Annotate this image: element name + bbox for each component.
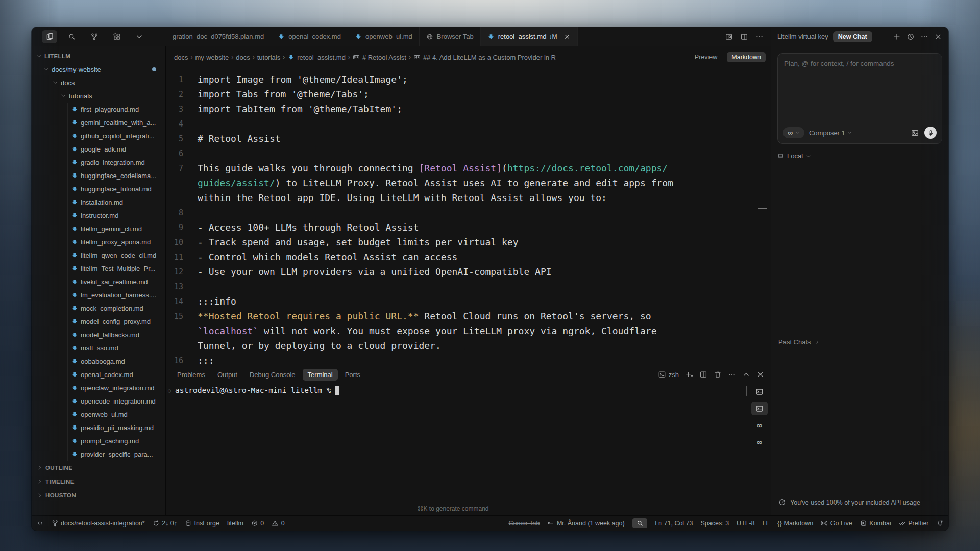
breadcrumb-item[interactable]: ## 4. Add LiteLLM as a Custom Provider i… — [413, 54, 556, 61]
assistant-header-close-icon[interactable] — [934, 33, 942, 41]
terminal-session-terminal[interactable] — [751, 385, 768, 398]
assistant-header-clock-icon[interactable] — [906, 33, 915, 41]
file-item-presidio-pii-masking-md[interactable]: presidio_pii_masking.md — [32, 421, 165, 434]
section-outline[interactable]: OUTLINE — [32, 461, 165, 474]
file-item-prompt-caching-md[interactable]: prompt_caching.md — [32, 434, 165, 447]
explorer-root[interactable]: LITELLM — [32, 49, 165, 63]
file-item-litellm-proxy-aporia-md[interactable]: litellm_proxy_aporia.md — [32, 235, 165, 248]
chevron-up-icon[interactable] — [742, 370, 750, 379]
status-cursor-tab[interactable]: Cursor Tab — [509, 520, 540, 527]
file-item-google-adk-md[interactable]: google_adk.md — [32, 142, 165, 156]
panel-tab-output[interactable]: Output — [212, 369, 242, 381]
file-item-openai-codex-md[interactable]: openai_codex.md — [32, 368, 165, 381]
file-item-provider-specific-para-[interactable]: provider_specific_para... — [32, 447, 165, 461]
file-item-mock-completion-md[interactable]: mock_completion.md — [32, 302, 165, 315]
panel-tab-terminal[interactable]: Terminal — [303, 369, 338, 381]
breadcrumb-item[interactable]: retool_assist.md — [287, 54, 346, 61]
file-item-litellm-gemini-cli-md[interactable]: litellm_gemini_cli.md — [32, 222, 165, 235]
assistant-header-plus-icon[interactable] — [893, 33, 901, 41]
file-item-livekit-xai-realtime-md[interactable]: livekit_xai_realtime.md — [32, 275, 165, 288]
file-item-huggingface-codellama-[interactable]: huggingface_codellama... — [32, 169, 165, 182]
mic-button[interactable] — [924, 127, 937, 139]
close-icon[interactable] — [756, 370, 765, 379]
file-item-litellm-test-multiple-pr-[interactable]: litellm_Test_Multiple_Pr... — [32, 262, 165, 275]
preview-button[interactable]: Preview — [690, 52, 722, 62]
tab-browser-tab[interactable]: Browser Tab — [420, 27, 481, 46]
file-item-opencode-integration-md[interactable]: opencode_integration.md — [32, 394, 165, 408]
file-item-openclaw-integration-md[interactable]: openclaw_integration.md — [32, 381, 165, 394]
breadcrumb-item[interactable]: docs — [174, 54, 188, 61]
file-item-oobabooga-md[interactable]: oobabooga.md — [32, 355, 165, 368]
status-0[interactable]: 0 — [272, 520, 284, 527]
composer-selector[interactable]: Composer 1 — [809, 129, 852, 137]
file-item-gradio-integration-md[interactable]: gradio_integration.md — [32, 156, 165, 169]
local-selector[interactable]: Local — [777, 152, 942, 160]
assistant-header-ellipsis-icon[interactable] — [920, 33, 928, 41]
file-item-instructor-md[interactable]: instructor.md — [32, 209, 165, 222]
breadcrumb-item[interactable]: tutorials — [257, 54, 281, 61]
tab-gration-doc-d075fd58-plan-md[interactable]: gration_doc_d075fd58.plan.md — [166, 27, 271, 46]
activity-extensions-button[interactable] — [109, 30, 125, 43]
file-item-litellm-qwen-code-cli-md[interactable]: litellm_qwen_code_cli.md — [32, 248, 165, 262]
file-item-installation-md[interactable]: installation.md — [32, 195, 165, 209]
split-icon[interactable] — [699, 370, 707, 379]
split-icon[interactable] — [740, 33, 748, 41]
file-item-lm-evaluation-harness-[interactable]: lm_evaluation_harness.... — [32, 288, 165, 302]
status-go-live[interactable]: Go Live — [821, 520, 852, 527]
search-editor-icon[interactable] — [725, 33, 733, 41]
status-bell[interactable] — [937, 520, 944, 527]
status-docs-retool-assist-integration-[interactable]: docs/retool-assist-integration* — [52, 520, 145, 527]
terminal-session-terminal[interactable] — [751, 402, 768, 415]
tab-openai-codex-md[interactable]: openai_codex.md — [271, 27, 348, 46]
status-lf[interactable]: LF — [763, 520, 770, 527]
panel-tab-problems[interactable]: Problems — [172, 369, 210, 381]
code-editor[interactable]: 1import Image from '@theme/IdealImage';2… — [166, 68, 771, 365]
tab-retool-assist-md[interactable]: retool_assist.md↓M — [481, 27, 578, 46]
terminal[interactable]: ○ astrodevil@Astro-Mac-mini litellm % ⌘K… — [166, 384, 771, 515]
assistant-panel-title[interactable]: Litellm virtual key — [777, 33, 828, 40]
file-item-model-config-proxy-md[interactable]: model_config_proxy.md — [32, 315, 165, 328]
trash-icon[interactable] — [714, 370, 722, 379]
file-item-msft-sso-md[interactable]: msft_sso.md — [32, 341, 165, 355]
markdown-mode-button[interactable]: Markdown — [727, 52, 766, 62]
status-markdown[interactable]: { }Markdown — [777, 520, 813, 527]
past-chats[interactable]: Past Chats — [778, 338, 820, 346]
terminal-session-infinity[interactable]: ∞ — [751, 418, 768, 432]
image-icon[interactable] — [911, 129, 919, 137]
status-utf-8[interactable]: UTF-8 — [737, 520, 754, 527]
breadcrumb-item[interactable]: my-website — [195, 54, 229, 61]
tree-item-tutorials[interactable]: tutorials — [32, 89, 165, 103]
ellipsis-icon[interactable] — [755, 33, 764, 41]
file-item-first-playground-md[interactable]: first_playground.md — [32, 103, 165, 116]
file-item-gemini-realtime-with-a-[interactable]: gemini_realtime_with_a... — [32, 116, 165, 129]
status-prettier[interactable]: Prettier — [899, 520, 929, 527]
status-ln-71-col-73[interactable]: Ln 71, Col 73 — [655, 520, 693, 527]
model-selector[interactable]: ∞ — [783, 127, 804, 138]
status-litellm[interactable]: litellm — [227, 520, 243, 527]
status-remote[interactable] — [37, 520, 44, 527]
breadcrumb-item[interactable]: # Retool Assist — [353, 54, 406, 61]
plus-chevron-icon[interactable] — [685, 370, 693, 379]
section-houston[interactable]: HOUSTON — [32, 488, 165, 502]
file-item-openweb-ui-md[interactable]: openweb_ui.md — [32, 408, 165, 421]
ellipsis-icon[interactable] — [728, 370, 736, 379]
status-mr-nand-1-week-ago-[interactable]: Mr. Ånand (1 week ago) — [547, 520, 624, 527]
shell-selector[interactable]: zsh — [658, 370, 679, 379]
breadcrumb-item[interactable]: docs — [236, 54, 250, 61]
new-chat-button[interactable]: New Chat — [833, 31, 872, 42]
status-search[interactable] — [632, 518, 648, 529]
file-item-github-copilot-integrati-[interactable]: github_copilot_integrati... — [32, 129, 165, 142]
file-item-model-fallbacks-md[interactable]: model_fallbacks.md — [32, 328, 165, 341]
panel-tab-debug-console[interactable]: Debug Console — [244, 369, 301, 381]
activity-search-button[interactable] — [64, 30, 80, 43]
section-timeline[interactable]: TIMELINE — [32, 474, 165, 488]
activity-branch-button[interactable] — [87, 30, 102, 43]
chat-input[interactable]: Plan, @ for context, / for commands ∞ Co… — [777, 53, 942, 144]
file-item-huggingface-tutorial-md[interactable]: huggingface_tutorial.md — [32, 182, 165, 195]
terminal-scrollbar[interactable] — [746, 386, 747, 396]
tree-item-docs[interactable]: docs — [32, 76, 165, 89]
status-kombai[interactable]: Kombai — [860, 520, 891, 527]
status-spaces-3[interactable]: Spaces: 3 — [701, 520, 729, 527]
activity-files-button[interactable] — [42, 30, 57, 43]
terminal-session-infinity[interactable]: ∞ — [751, 435, 768, 449]
